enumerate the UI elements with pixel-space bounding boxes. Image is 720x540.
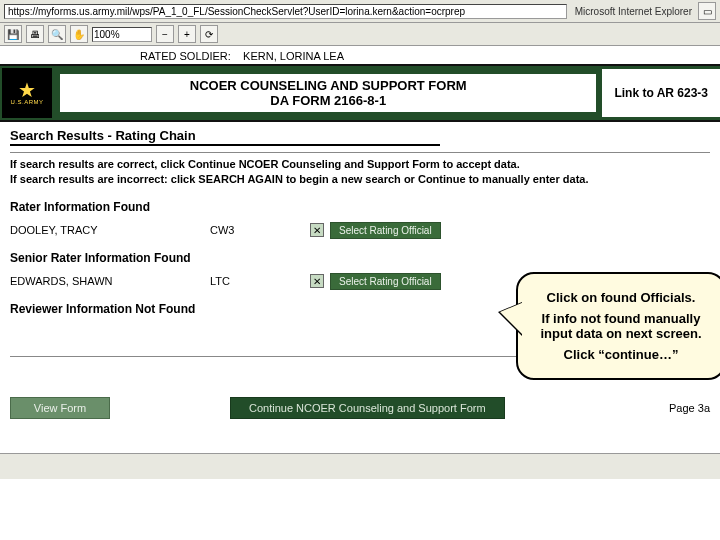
select-rater-button[interactable]: Select Rating Official (330, 222, 441, 239)
page-number: Page 3a (669, 402, 710, 414)
army-logo: ★ U.S.ARMY (2, 68, 52, 118)
callout-line3: Click “continue…” (530, 347, 712, 362)
rater-rank: CW3 (210, 224, 310, 236)
search-icon[interactable]: 🔍 (48, 25, 66, 43)
instruction-line1: If search results are correct, click Con… (10, 157, 710, 172)
status-tray (0, 453, 720, 479)
footer-row: View Form Continue NCOER Counseling and … (0, 387, 720, 423)
rated-soldier-name: KERN, LORINA LEA (243, 50, 344, 62)
senior-rater-checkbox[interactable]: ✕ (310, 274, 324, 288)
zoom-in-icon[interactable]: + (178, 25, 196, 43)
browser-name: Microsoft Internet Explorer (567, 6, 692, 17)
rotate-icon[interactable]: ⟳ (200, 25, 218, 43)
rated-soldier-label: RATED SOLDIER: (140, 50, 231, 62)
section-title: Search Results - Rating Chain (10, 128, 196, 145)
usarmy-text: U.S.ARMY (10, 99, 43, 105)
save-icon[interactable]: 💾 (4, 25, 22, 43)
instructions: If search results are correct, click Con… (10, 152, 710, 188)
senior-rater-rank: LTC (210, 275, 310, 287)
senior-rater-name: EDWARDS, SHAWN (10, 275, 210, 287)
content-area: Search Results - Rating Chain If search … (0, 122, 720, 387)
rated-soldier-line: RATED SOLDIER: KERN, LORINA LEA (0, 46, 720, 64)
rater-checkbox[interactable]: ✕ (310, 223, 324, 237)
form-header: ★ U.S.ARMY NCOER COUNSELING AND SUPPORT … (0, 64, 720, 122)
select-senior-rater-button[interactable]: Select Rating Official (330, 273, 441, 290)
form-title-block: NCOER COUNSELING AND SUPPORT FORM DA FOR… (60, 74, 596, 112)
callout-line1: Click on found Officials. (530, 290, 712, 305)
window-restore-icon[interactable]: ▭ (698, 2, 716, 20)
form-title-line2: DA FORM 2166-8-1 (60, 93, 596, 108)
instruction-callout: Click on found Officials. If info not fo… (516, 272, 720, 380)
ar-link[interactable]: Link to AR 623-3 (602, 86, 720, 100)
callout-line2: If info not found manually input data on… (530, 311, 712, 341)
zoom-level[interactable] (92, 27, 152, 42)
hand-icon[interactable]: ✋ (70, 25, 88, 43)
senior-rater-heading: Senior Rater Information Found (10, 251, 710, 265)
continue-button[interactable]: Continue NCOER Counseling and Support Fo… (230, 397, 505, 419)
form-title-line1: NCOER COUNSELING AND SUPPORT FORM (60, 78, 596, 93)
star-icon: ★ (18, 81, 36, 99)
print-icon[interactable]: 🖶 (26, 25, 44, 43)
rater-heading: Rater Information Found (10, 200, 710, 214)
url-field[interactable]: https://myforms.us.army.mil/wps/PA_1_0_F… (4, 4, 567, 19)
zoom-out-icon[interactable]: − (156, 25, 174, 43)
rater-name: DOOLEY, TRACY (10, 224, 210, 236)
header-right: Link to AR 623-3 (602, 69, 720, 117)
rater-row: DOOLEY, TRACY CW3 ✕ Select Rating Offici… (10, 222, 710, 239)
instruction-line2: If search results are incorrect: click S… (10, 172, 710, 187)
view-form-button[interactable]: View Form (10, 397, 110, 419)
address-bar: https://myforms.us.army.mil/wps/PA_1_0_F… (0, 0, 720, 23)
pdf-toolbar: 💾 🖶 🔍 ✋ − + ⟳ (0, 23, 720, 46)
